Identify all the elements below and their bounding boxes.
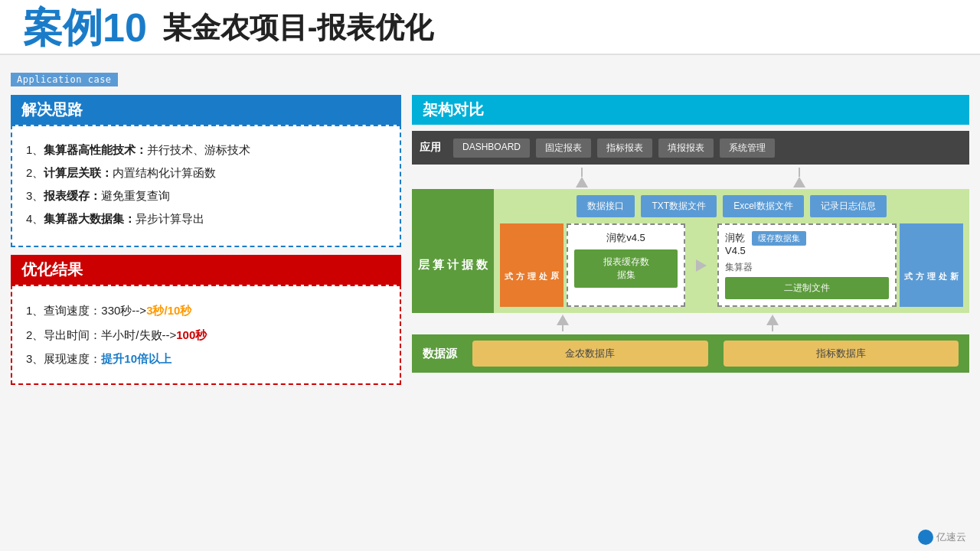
result-item-3: 3、展现速度：提升10倍以上 (26, 347, 386, 371)
result-item-2: 2、导出时间：半小时/失败-->100秒 (26, 323, 386, 347)
header: 案例10 某金农项目-报表优化 (0, 0, 980, 55)
processing-row: 原处理方式 润乾v4.5 报表缓存数据集 (500, 223, 963, 307)
arrow-between (693, 223, 710, 307)
datasource-label: 数据源 (423, 347, 457, 361)
app-items: DASHBOARD 固定报表 指标报表 填报报表 系统管理 (453, 139, 962, 158)
solution-item-3: 3、报表缓存：避免重复查询 (26, 184, 386, 207)
solution-box: 1、集算器高性能技术：并行技术、游标技术 2、计算层关联：内置结构化计算函数 3… (11, 125, 401, 247)
binary-file-box: 二进制文件 (725, 277, 889, 299)
arch-body: 应用 DASHBOARD 固定报表 指标报表 填报报表 系统管理 (412, 125, 969, 385)
db2: 指标数据库 (724, 341, 959, 367)
arch-header: 架构对比 (412, 95, 969, 125)
new-method: 润乾V4.5 缓存数据集 集算器 二进制文件 新处理方式 (717, 223, 963, 307)
watermark-logo: 亿速云 (918, 530, 966, 545)
result-box: 1、查询速度：330秒-->3秒/10秒 2、导出时间：半小时/失败-->100… (11, 285, 401, 385)
app-layer: 应用 DASHBOARD 固定报表 指标报表 填报报表 系统管理 (412, 131, 969, 165)
app-item-fixed: 固定报表 (536, 139, 591, 158)
page: 案例10 某金农项目-报表优化 Application case 解决思路 1、… (0, 0, 980, 551)
solution-item-1: 1、集算器高性能技术：并行技术、游标技术 (26, 139, 386, 161)
solution-item-4: 4、集算器大数据集：异步计算导出 (26, 207, 386, 230)
result-section: 优化结果 1、查询速度：330秒-->3秒/10秒 2、导出时间：半小时/失败-… (11, 255, 401, 385)
aggregator-label: 集算器 (725, 261, 889, 274)
result-item-1: 1、查询速度：330秒-->3秒/10秒 (26, 298, 386, 323)
case-title: 某金农项目-报表优化 (162, 13, 434, 42)
data-layer-wrapper: 数据计算层 数据接口 TXT数据文件 Excel数据文件 记录日志信息 (412, 189, 969, 313)
app-case-badge: Application case (11, 73, 118, 86)
solution-item-2: 2、计算层关联：内置结构化计算函数 (26, 161, 386, 184)
left-column: 解决思路 1、集算器高性能技术：并行技术、游标技术 2、计算层关联：内置结构化计… (11, 95, 401, 385)
case-number: 案例10 (23, 8, 147, 47)
runqian-old-title: 润乾v4.5 (574, 231, 678, 245)
interface-log: 记录日志信息 (810, 195, 887, 217)
app-layer-label: 应用 (420, 141, 441, 155)
datasource-row: 数据源 金农数据库 指标数据库 (412, 334, 969, 373)
old-method: 原处理方式 润乾v4.5 报表缓存数据集 (500, 223, 685, 307)
app-item-system: 系统管理 (720, 139, 775, 158)
runqian-new-box: 润乾V4.5 缓存数据集 集算器 二进制文件 (717, 223, 897, 307)
runqian-old-box: 润乾v4.5 报表缓存数据集 (567, 223, 685, 307)
db1: 金农数据库 (472, 341, 708, 367)
solution-section: 解决思路 1、集算器高性能技术：并行技术、游标技术 2、计算层关联：内置结构化计… (11, 95, 401, 247)
arrow-row-1 (412, 165, 969, 187)
cache-new-tag: 缓存数据集 (752, 231, 806, 246)
interface-data: 数据接口 (577, 195, 635, 217)
new-method-badge: 新处理方式 (900, 223, 963, 307)
app-item-dashboard: DASHBOARD (453, 139, 530, 158)
watermark-text: 亿速云 (936, 530, 966, 544)
interface-row: 数据接口 TXT数据文件 Excel数据文件 记录日志信息 (500, 195, 963, 217)
data-layer-label: 数据计算层 (412, 189, 494, 313)
interface-txt: TXT数据文件 (641, 195, 717, 217)
main-content: 解决思路 1、集算器高性能技术：并行技术、游标技术 2、计算层关联：内置结构化计… (0, 87, 980, 391)
old-method-badge: 原处理方式 (500, 223, 564, 307)
cache-dataset-old: 报表缓存数据集 (574, 249, 678, 288)
result-header: 优化结果 (11, 255, 401, 285)
arrow-row-2 (412, 313, 969, 331)
solution-header: 解决思路 (11, 95, 401, 125)
watermark: 亿速云 (918, 530, 966, 545)
app-item-index: 指标报表 (597, 139, 652, 158)
runqian-new-title: 润乾V4.5 (725, 231, 746, 256)
interface-excel: Excel数据文件 (723, 195, 803, 217)
watermark-icon (918, 530, 933, 545)
runqian-new-title-row: 润乾V4.5 缓存数据集 (725, 231, 889, 256)
aggregator-section: 集算器 二进制文件 (725, 261, 889, 299)
data-layer-content: 数据接口 TXT数据文件 Excel数据文件 记录日志信息 原处理方式 (494, 189, 969, 313)
right-column: 架构对比 应用 DASHBOARD 固定报表 指标报表 填报报表 系统管理 (412, 95, 969, 385)
app-item-fill: 填报报表 (658, 139, 714, 158)
